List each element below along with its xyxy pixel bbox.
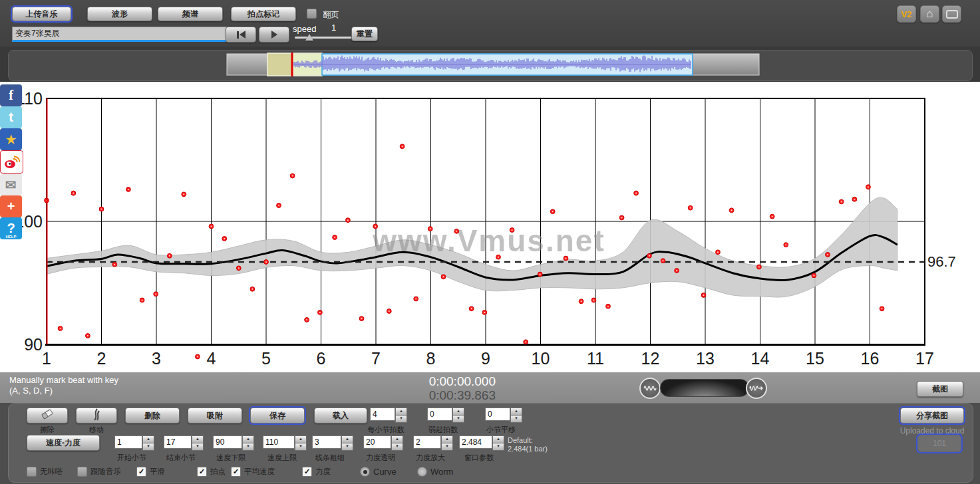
no-click-checkbox[interactable] xyxy=(27,467,37,477)
beats-per-bar-down[interactable]: ▼ xyxy=(395,415,407,423)
display-mode-curve-label: Curve xyxy=(373,467,397,477)
upload-id-button[interactable]: 101 xyxy=(917,435,961,452)
beats-per-bar-input[interactable] xyxy=(370,408,395,421)
mail-icon[interactable]: ✉ xyxy=(0,174,22,195)
x-tick-label: 6 xyxy=(317,349,326,368)
window-param-label: 窗口参数 xyxy=(450,453,508,463)
bar-shift-input[interactable] xyxy=(485,408,510,421)
x-tick-label: 12 xyxy=(641,349,660,368)
end-bar-label: 结束小节 xyxy=(154,453,208,463)
vmus-app: 上传音乐波形频谱拍点标记 翻页 speed 1 重置 V2 ⌂ www.Vmu xyxy=(0,0,980,484)
rewind-button[interactable] xyxy=(226,27,256,43)
tempo-min-input[interactable] xyxy=(213,435,242,449)
x-tick-label: 3 xyxy=(152,349,161,368)
pickup-beats-label: 弱起拍数 xyxy=(418,425,468,435)
x-tick-label: 17 xyxy=(915,349,934,368)
start-bar-down[interactable]: ▼ xyxy=(142,443,154,451)
speed-slider-thumb[interactable] xyxy=(305,34,313,41)
home-button[interactable]: ⌂ xyxy=(920,5,939,23)
scrubber-slider[interactable] xyxy=(660,379,749,397)
x-tick-label: 4 xyxy=(207,349,216,368)
move-button-label: 移动 xyxy=(76,425,117,435)
beat-points-checkbox[interactable]: ✓ xyxy=(197,467,207,477)
dynamics-checkbox[interactable]: ✓ xyxy=(302,467,312,477)
facebook-icon[interactable]: f xyxy=(0,84,22,106)
pickup-beats-down[interactable]: ▼ xyxy=(452,415,464,423)
dyn-amplify-input[interactable] xyxy=(413,435,441,449)
x-tick-label: 13 xyxy=(696,349,715,368)
tab-spectrum[interactable]: 频谱 xyxy=(158,7,223,21)
x-tick-label: 15 xyxy=(806,349,824,368)
bottom-control-panel: Default: 2.484(1 bar) 分享截图 Uploaded to c… xyxy=(8,403,973,483)
start-bar-input[interactable] xyxy=(114,435,142,449)
flip-page-option: 翻页 xyxy=(307,9,339,21)
uploaded-to-cloud-note: Uploaded to cloud xyxy=(894,426,971,435)
dyn-transparency-input[interactable] xyxy=(363,435,391,449)
tempo-max: ▲▼ xyxy=(263,435,301,450)
version-badge[interactable]: V2 xyxy=(897,5,916,23)
tab-waveform[interactable]: 波形 xyxy=(87,7,152,21)
end-bar-input[interactable] xyxy=(164,435,192,449)
beats-per-bar: ▲▼ xyxy=(370,408,402,422)
twitter-icon[interactable]: t xyxy=(0,106,22,128)
share-screenshot-button[interactable]: 分享截图 xyxy=(900,408,964,424)
speed-value: 1 xyxy=(331,23,336,33)
move-button[interactable] xyxy=(76,408,117,424)
waveform-overview[interactable] xyxy=(224,53,762,78)
start-bar: ▲▼ xyxy=(114,435,149,450)
end-bar-down[interactable]: ▼ xyxy=(192,443,204,451)
line-width-down[interactable]: ▼ xyxy=(341,443,353,451)
time-current: 0:00:00.000 xyxy=(412,374,496,389)
tempo-max-input[interactable] xyxy=(263,435,295,449)
window-param: ▲▼ xyxy=(459,435,499,450)
no-click-label: 无咔嗒 xyxy=(40,467,63,477)
waveform-strip xyxy=(8,50,973,81)
load-button[interactable]: 载入 xyxy=(314,408,367,424)
display-mode-worm-radio[interactable] xyxy=(417,467,427,477)
delete-button[interactable]: 删除 xyxy=(125,408,180,424)
snapshot-button[interactable]: 截图 xyxy=(917,381,963,397)
snap-button[interactable]: 吸附 xyxy=(188,408,242,424)
dyn-transparency-down[interactable]: ▼ xyxy=(391,443,403,451)
dyn-amplify-down[interactable]: ▼ xyxy=(441,443,453,451)
line-width-input[interactable] xyxy=(312,435,341,449)
filename-input[interactable] xyxy=(12,27,228,42)
x-tick-label: 16 xyxy=(861,349,880,368)
x-tick-label: 11 xyxy=(587,349,604,368)
eraser-icon xyxy=(40,408,55,420)
play-button[interactable] xyxy=(259,27,289,43)
social-sidebar: ft★✉+?HELP xyxy=(0,84,22,239)
tempo-min-label: 速度下限 xyxy=(204,453,258,463)
pickup-beats-input[interactable] xyxy=(427,408,452,421)
display-mode-curve-radio[interactable] xyxy=(360,467,370,477)
tab-beat-marks[interactable]: 拍点标记 xyxy=(231,7,296,21)
tempo-max-down[interactable]: ▼ xyxy=(295,443,307,451)
tempo-dynamics-button[interactable]: 速度-力度 xyxy=(27,435,100,451)
line-width: ▲▼ xyxy=(312,435,348,450)
erase-button[interactable] xyxy=(27,408,68,424)
display-mode-worm-label: Worm xyxy=(430,467,453,477)
addthis-plus-icon[interactable]: + xyxy=(0,195,22,217)
window-param-down[interactable]: ▼ xyxy=(492,443,504,451)
save-button[interactable]: 保存 xyxy=(250,408,305,424)
average-tempo-checkbox[interactable]: ✓ xyxy=(231,467,241,477)
flip-page-label: 翻页 xyxy=(323,10,339,19)
window-param-input[interactable] xyxy=(459,435,492,449)
speed-slider[interactable] xyxy=(295,37,358,39)
weibo-icon[interactable] xyxy=(0,150,23,174)
tab-upload-music[interactable]: 上传音乐 xyxy=(12,7,71,21)
help-icon[interactable]: ?HELP xyxy=(0,217,22,239)
wave-small-icon[interactable] xyxy=(639,378,661,399)
fullscreen-button[interactable] xyxy=(942,5,961,23)
qzone-star-icon[interactable]: ★ xyxy=(0,128,22,150)
reset-button[interactable]: 重置 xyxy=(351,27,378,41)
bar-shift-down[interactable]: ▼ xyxy=(510,415,522,423)
flip-page-checkbox[interactable] xyxy=(307,9,317,19)
tempo-min-down[interactable]: ▼ xyxy=(242,443,254,451)
follow-music-checkbox[interactable] xyxy=(77,467,87,477)
smooth-checkbox[interactable]: ✓ xyxy=(136,467,146,477)
tempo-chart[interactable]: www.Vmus.net96.7901001101234567891011121… xyxy=(0,82,980,372)
pickup-beats: ▲▼ xyxy=(427,408,459,422)
bar-shift: ▲▼ xyxy=(485,408,517,422)
wave-fast-icon[interactable] xyxy=(746,378,767,399)
